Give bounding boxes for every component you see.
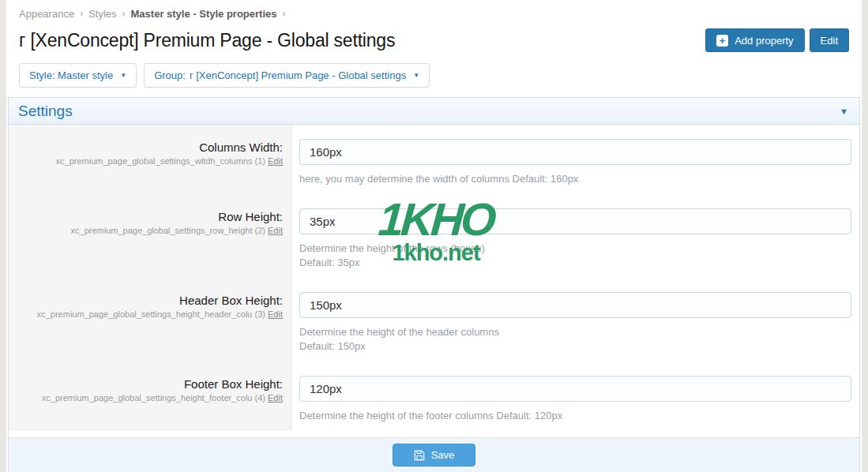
field-input-cell: Determine the height of the footer colum… [291,361,859,431]
description-line: Default: 35px [299,256,851,270]
edit-button-label: Edit [821,35,838,47]
settings-section-title: Settings [18,103,73,120]
breadcrumb-styles[interactable]: Styles [88,8,116,20]
page-title: г [XenConcept] Premium Page - Global set… [19,30,395,51]
field-label-cell: Footer Box Height: xc_premium_page_globa… [9,361,291,431]
field-label-cell: Header Box Height: xc_premium_page_globa… [9,278,291,361]
field-description: Determine the height of the rows (boxes)… [299,242,851,270]
footer-box-height-input[interactable] [299,376,851,402]
property-name: xc_premium_page_global_settings_height_f… [15,393,283,403]
description-line: Determine the height of the header colum… [299,325,851,339]
property-id: xc_premium_page_global_settings_witdh_co… [56,156,265,166]
field-input-cell: Determine the height of the header colum… [291,278,859,361]
property-id: xc_premium_page_global_settings_row_heig… [71,226,265,235]
edit-property-link[interactable]: Edit [268,393,283,403]
admin-page: Appearance › Styles › Master style - Sty… [6,0,862,472]
add-property-button[interactable]: + Add property [705,28,804,52]
group-selector-value: г [XenConcept] Premium Page - Global set… [190,69,406,81]
field-description: Determine the height of the footer colum… [299,409,851,423]
field-row-row-height: Row Height: xc_premium_page_global_setti… [9,194,859,278]
filter-chips: Style: Master style ▼ Group: г [XenConce… [6,63,862,88]
save-icon [414,450,425,461]
field-input-cell: here, you may determine the width of col… [291,125,859,194]
field-label: Row Height: [15,210,283,223]
chevron-down-icon: ▼ [413,72,419,79]
description-line: Determine the height of the rows (boxes) [299,242,851,256]
row-height-input[interactable] [299,208,851,234]
property-id: xc_premium_page_global_settings_height_h… [37,309,265,319]
field-label-cell: Columns Width: xc_premium_page_global_se… [9,125,291,194]
description-line: Default: 150px [299,339,851,354]
edit-property-link[interactable]: Edit [268,156,283,166]
edit-button[interactable]: Edit [810,28,849,52]
title-row: г [XenConcept] Premium Page - Global set… [6,21,862,55]
save-button-label: Save [431,449,455,461]
breadcrumb: Appearance › Styles › Master style - Sty… [13,6,862,21]
add-property-label: Add property [735,35,793,47]
field-row-columns-width: Columns Width: xc_premium_page_global_se… [9,125,859,194]
header-box-height-input[interactable] [299,292,851,318]
style-selector[interactable]: Style: Master style ▼ [19,63,137,88]
columns-width-input[interactable] [299,139,851,165]
field-row-footer-box-height: Footer Box Height: xc_premium_page_globa… [9,361,859,431]
field-row-header-box-height: Header Box Height: xc_premium_page_globa… [9,278,859,361]
field-input-cell: Determine the height of the rows (boxes)… [291,194,859,278]
style-selector-label: Style: Master style [29,69,113,81]
field-label-cell: Row Height: xc_premium_page_global_setti… [9,194,291,278]
breadcrumb-current[interactable]: Master style - Style properties [131,8,277,20]
title-buttons: + Add property Edit [705,28,849,52]
settings-section: Settings ▼ Columns Width: xc_premium_pag… [8,97,860,472]
property-id: xc_premium_page_global_settings_height_f… [42,393,265,403]
edit-property-link[interactable]: Edit [268,226,283,235]
description-line: Determine the height of the footer colum… [299,409,851,423]
breadcrumb-separator: › [283,8,286,19]
group-selector-prefix: Group: [154,69,186,81]
breadcrumb-appearance[interactable]: Appearance [19,8,74,20]
field-description: Determine the height of the header colum… [299,325,851,354]
plus-icon: + [716,35,728,47]
settings-section-header[interactable]: Settings ▼ [9,98,859,125]
field-label: Columns Width: [15,140,283,154]
collapse-icon[interactable]: ▼ [840,107,848,116]
save-bar: Save [9,437,859,472]
breadcrumb-separator: › [80,8,83,19]
field-label: Footer Box Height: [15,377,283,391]
save-button[interactable]: Save [393,444,476,466]
field-label: Header Box Height: [15,294,283,307]
breadcrumb-separator: › [122,8,126,19]
property-name: xc_premium_page_global_settings_witdh_co… [15,156,283,166]
group-selector[interactable]: Group: г [XenConcept] Premium Page - Glo… [144,63,430,88]
chevron-down-icon: ▼ [120,72,126,79]
description-line: here, you may determine the width of col… [299,172,851,186]
property-name: xc_premium_page_global_settings_row_heig… [15,226,283,235]
edit-property-link[interactable]: Edit [268,309,283,319]
field-description: here, you may determine the width of col… [299,172,851,186]
property-name: xc_premium_page_global_settings_height_h… [15,309,283,319]
settings-form: Columns Width: xc_premium_page_global_se… [9,125,859,437]
